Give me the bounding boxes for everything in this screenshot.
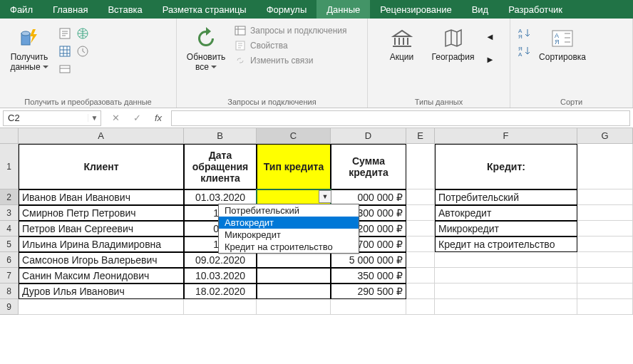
col-header-G[interactable]: G	[577, 128, 633, 144]
cell-G5[interactable]	[577, 236, 633, 252]
dropdown-option-0[interactable]: Потребительский	[219, 204, 359, 217]
menu-файл[interactable]: Файл	[0, 0, 43, 19]
menu-формулы[interactable]: Формулы	[257, 0, 317, 19]
cell-F5[interactable]: Кредит на строительство	[435, 236, 577, 252]
cell-F2[interactable]: Потребительский	[435, 189, 577, 205]
cell-F4[interactable]: Микрокредит	[435, 221, 577, 236]
cell-F6[interactable]	[435, 252, 577, 268]
cell-F7[interactable]	[435, 268, 577, 284]
from-text-icon[interactable]	[57, 26, 73, 41]
cell-D9[interactable]	[331, 299, 406, 315]
cell-A7[interactable]: Санин Максим Леонидович	[19, 268, 184, 284]
cell-G9[interactable]	[577, 299, 633, 315]
cell-A9[interactable]	[19, 299, 184, 315]
cell-E2[interactable]	[406, 189, 435, 205]
cell-E5[interactable]	[406, 236, 435, 252]
dropdown-option-2[interactable]: Микрокредит	[219, 229, 359, 241]
stocks-button[interactable]: Акции	[379, 21, 426, 64]
sort-za-icon[interactable]: ЯA	[518, 43, 533, 59]
edit-links-button[interactable]: Изменить связи	[234, 54, 347, 67]
row-header-2[interactable]: 2	[0, 189, 19, 205]
cell-G7[interactable]	[577, 268, 633, 284]
dropdown-option-1[interactable]: Автокредит	[219, 217, 359, 229]
cell-D7[interactable]: 350 000 ₽	[331, 268, 406, 284]
formula-input[interactable]	[171, 110, 630, 126]
geography-button[interactable]: География	[430, 21, 477, 64]
cell-A8[interactable]: Дуров Илья Иванович	[19, 284, 184, 299]
cell-G8[interactable]	[577, 284, 633, 299]
cell-D6[interactable]: 5 000 000 ₽	[331, 252, 406, 268]
cancel-icon[interactable]: ✕	[106, 110, 125, 126]
fx-icon[interactable]: fx	[148, 110, 168, 126]
menu-разработчик[interactable]: Разработчик	[498, 0, 572, 19]
cell-A3[interactable]: Смирнов Петр Петрович	[19, 205, 184, 221]
from-web-icon[interactable]	[75, 26, 91, 41]
cell-F3[interactable]: Автокредит	[435, 205, 577, 221]
cell-G2[interactable]	[577, 189, 633, 205]
menu-разметка страницы[interactable]: Разметка страницы	[153, 0, 257, 19]
header-cell-G[interactable]	[577, 144, 633, 189]
col-header-C[interactable]: C	[257, 128, 331, 144]
cell-G6[interactable]	[577, 252, 633, 268]
cell-C9[interactable]	[257, 299, 331, 315]
queries-connections-button[interactable]: Запросы и подключения	[234, 24, 347, 37]
chevron-right-icon[interactable]: ►	[483, 51, 498, 67]
recent-sources-icon[interactable]	[75, 43, 91, 59]
cell-E4[interactable]	[406, 221, 435, 236]
header-cell-D[interactable]: Сумма кредита	[331, 144, 406, 189]
col-header-A[interactable]: A	[19, 128, 184, 144]
name-box[interactable]: C2 ▼	[3, 110, 101, 126]
enter-icon[interactable]: ✓	[127, 110, 147, 126]
cell-E6[interactable]	[406, 252, 435, 268]
col-header-B[interactable]: B	[184, 128, 257, 144]
row-header-8[interactable]: 8	[0, 284, 19, 299]
cell-B6[interactable]: 09.02.2020	[184, 252, 257, 268]
cell-A2[interactable]: Иванов Иван Иванович	[19, 189, 184, 205]
row-header-5[interactable]: 5	[0, 236, 19, 252]
menu-вид[interactable]: Вид	[462, 0, 499, 19]
cell-B9[interactable]	[184, 299, 257, 315]
cell-A5[interactable]: Ильина Ирина Владимировна	[19, 236, 184, 252]
col-header-D[interactable]: D	[331, 128, 406, 144]
select-all-corner[interactable]	[0, 128, 19, 144]
cell-B2[interactable]: 01.03.2020	[184, 189, 257, 205]
cell-A6[interactable]: Самсонов Игорь Валерьевич	[19, 252, 184, 268]
cell-D2[interactable]: 000 000 ₽	[331, 189, 406, 205]
cell-C7[interactable]	[257, 268, 331, 284]
row-header-3[interactable]: 3	[0, 205, 19, 221]
cell-E9[interactable]	[406, 299, 435, 315]
cell-B7[interactable]: 10.03.2020	[184, 268, 257, 284]
sort-az-icon[interactable]: AЯ	[518, 26, 533, 41]
cell-G3[interactable]	[577, 205, 633, 221]
row-header-1[interactable]: 1	[0, 144, 19, 189]
sort-button[interactable]: AЯ Сортировка	[539, 21, 586, 64]
existing-conn-icon[interactable]	[57, 61, 73, 77]
name-box-dropdown-icon[interactable]: ▼	[88, 114, 101, 122]
cell-A4[interactable]: Петров Иван Сергеевич	[19, 221, 184, 236]
cell-C8[interactable]	[257, 284, 331, 299]
col-header-F[interactable]: F	[435, 128, 577, 144]
from-table-icon[interactable]	[57, 43, 73, 59]
row-header-9[interactable]: 9	[0, 299, 19, 315]
col-header-E[interactable]: E	[406, 128, 435, 144]
cell-E3[interactable]	[406, 205, 435, 221]
row-header-4[interactable]: 4	[0, 221, 19, 236]
menu-рецензирование[interactable]: Рецензирование	[370, 0, 461, 19]
cell-G4[interactable]	[577, 221, 633, 236]
menu-главная[interactable]: Главная	[43, 0, 98, 19]
menu-данные[interactable]: Данные	[316, 0, 370, 19]
get-data-button[interactable]: Получить данные	[6, 21, 53, 74]
data-validation-dropdown-button[interactable]: ▼	[319, 190, 331, 203]
menu-вставка[interactable]: Вставка	[98, 0, 152, 19]
row-header-6[interactable]: 6	[0, 252, 19, 268]
properties-button[interactable]: Свойства	[234, 39, 347, 52]
cell-F9[interactable]	[435, 299, 577, 315]
cell-F8[interactable]	[435, 284, 577, 299]
header-cell-A[interactable]: Клиент	[19, 144, 184, 189]
header-cell-C[interactable]: Тип кредита	[257, 144, 331, 189]
refresh-all-button[interactable]: Обновить все	[182, 21, 230, 74]
chevron-left-icon[interactable]: ◄	[483, 28, 498, 44]
header-cell-E[interactable]	[406, 144, 435, 189]
cell-D8[interactable]: 290 500 ₽	[331, 284, 406, 299]
cell-E8[interactable]	[406, 284, 435, 299]
